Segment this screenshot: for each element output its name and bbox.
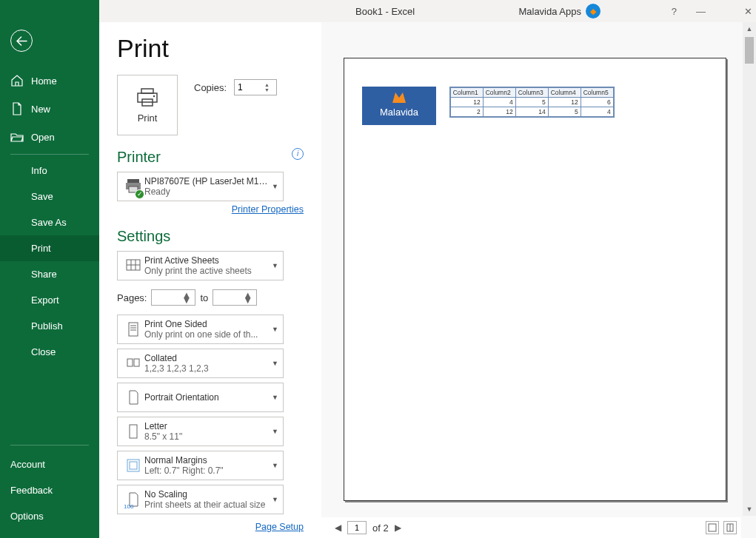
copies-stepper[interactable]: ▲▼ — [234, 79, 277, 95]
sidebar-item-share[interactable]: Share — [0, 261, 99, 287]
svg-rect-17 — [127, 359, 133, 366]
printer-status: Ready — [144, 186, 269, 197]
fit-page-button[interactable] — [706, 521, 719, 534]
svg-rect-2 — [141, 89, 153, 93]
check-icon: ✓ — [135, 189, 144, 199]
open-icon — [10, 130, 24, 144]
paper-icon — [124, 423, 142, 440]
spin-up-icon[interactable]: ▲ — [264, 82, 270, 87]
pages-label: Pages: — [117, 292, 147, 303]
svg-rect-13 — [129, 323, 138, 336]
printer-icon — [136, 87, 158, 108]
preview-footer: ◀ of 2 ▶ — [321, 517, 741, 538]
printer-name: NPI87607E (HP LaserJet M15... — [144, 176, 269, 186]
chevron-down-icon: ▼ — [272, 326, 278, 333]
help-button[interactable]: ? — [672, 6, 677, 17]
sidebar-item-options[interactable]: Options — [0, 503, 99, 529]
sidebar-item-new[interactable]: New — [0, 95, 99, 123]
chevron-down-icon: ▼ — [272, 496, 278, 503]
sidebar-item-info[interactable]: Info — [0, 158, 99, 184]
print-button[interactable]: Print — [117, 75, 178, 135]
home-icon — [10, 74, 24, 87]
pages-from-stepper[interactable]: ▲▼ — [151, 289, 195, 306]
app-badge: Malavida Apps ◆ — [518, 4, 601, 19]
pages-to-stepper[interactable]: ▲▼ — [213, 289, 257, 306]
preview-page: Malavida Column1Column2Column3Column4Col… — [344, 58, 726, 501]
page-total: of 2 — [372, 522, 389, 534]
chevron-down-icon: ▼ — [272, 428, 278, 435]
sidebar-item-open[interactable]: Open — [0, 123, 99, 151]
chevron-down-icon: ▼ — [272, 183, 278, 190]
collate-selector[interactable]: Collated1,2,3 1,2,3 1,2,3 ▼ — [117, 349, 284, 378]
printer-info-icon[interactable]: i — [292, 148, 304, 160]
print-preview-pane: Malavida Column1Column2Column3Column4Col… — [321, 22, 756, 538]
pages-from-input[interactable] — [155, 292, 181, 303]
svg-rect-21 — [130, 462, 137, 469]
svg-rect-18 — [134, 359, 139, 366]
sidebar-item-account[interactable]: Account — [0, 451, 99, 477]
svg-rect-19 — [130, 425, 137, 438]
sidebar-item-saveas[interactable]: Save As — [0, 209, 99, 235]
collate-icon — [124, 354, 142, 372]
svg-rect-22 — [709, 524, 716, 531]
scroll-down-icon[interactable]: ▼ — [743, 502, 756, 516]
svg-point-5 — [153, 95, 155, 96]
printer-heading: Printer — [117, 149, 161, 166]
print-settings-pane: Print Print Copies: ▲▼ Printer i — [99, 22, 321, 538]
svg-rect-6 — [127, 179, 139, 183]
sheets-icon — [124, 257, 142, 275]
new-icon — [10, 102, 24, 115]
preview-table: Column1Column2Column3Column4Column512451… — [449, 87, 615, 118]
page-number-input[interactable] — [347, 521, 367, 534]
sidebar-item-home[interactable]: Home — [0, 67, 99, 95]
spin-down-icon[interactable]: ▼ — [264, 87, 270, 93]
chevron-down-icon: ▼ — [272, 394, 278, 401]
next-page-button[interactable]: ▶ — [395, 522, 401, 533]
sides-selector[interactable]: Print One SidedOnly print on one side of… — [117, 315, 284, 344]
chevron-down-icon: ▼ — [272, 462, 278, 469]
vertical-scrollbar[interactable]: ▲ ▼ — [743, 22, 756, 516]
copies-input[interactable] — [238, 82, 264, 93]
print-what-selector[interactable]: Print Active SheetsOnly print the active… — [117, 251, 284, 280]
page-title: Print — [117, 34, 304, 63]
sidebar-item-feedback[interactable]: Feedback — [0, 477, 99, 503]
margins-icon — [124, 457, 142, 474]
sidebar-item-save[interactable]: Save — [0, 184, 99, 209]
svg-rect-20 — [127, 460, 139, 471]
scroll-up-icon[interactable]: ▲ — [743, 22, 756, 36]
title-bar: Book1 - Excel Malavida Apps ◆ ? — ✕ — [0, 0, 756, 22]
prev-page-button[interactable]: ◀ — [335, 522, 341, 533]
scaling-selector[interactable]: 100 No ScalingPrint sheets at their actu… — [117, 485, 284, 514]
chevron-down-icon: ▼ — [272, 360, 278, 367]
margins-selector[interactable]: Normal MarginsLeft: 0.7" Right: 0.7" ▼ — [117, 451, 284, 480]
sidebar-item-export[interactable]: Export — [0, 287, 99, 313]
page-setup-link[interactable]: Page Setup — [117, 522, 304, 532]
svg-rect-3 — [138, 93, 157, 102]
page-icon — [124, 320, 142, 338]
sidebar-item-print[interactable]: Print — [0, 235, 99, 261]
sidebar-item-close[interactable]: Close — [0, 339, 99, 365]
minimize-button[interactable]: — — [696, 6, 706, 17]
settings-heading: Settings — [117, 228, 304, 245]
back-button[interactable] — [10, 30, 33, 52]
orientation-selector[interactable]: Portrait Orientation ▼ — [117, 383, 284, 412]
malavida-icon: ◆ — [586, 4, 601, 19]
close-button[interactable]: ✕ — [744, 6, 752, 17]
backstage-sidebar: Home New Open Info Save Save As Print Sh… — [0, 0, 99, 538]
paper-selector[interactable]: Letter8.5" x 11" ▼ — [117, 417, 284, 446]
printer-properties-link[interactable]: Printer Properties — [117, 204, 304, 215]
document-title: Book1 - Excel — [355, 6, 415, 17]
portrait-icon — [124, 389, 142, 406]
scroll-thumb[interactable] — [745, 37, 754, 64]
chevron-down-icon: ▼ — [272, 262, 278, 269]
pages-to-input[interactable] — [216, 292, 243, 303]
malavida-logo: Malavida — [362, 87, 436, 125]
sidebar-item-publish[interactable]: Publish — [0, 313, 99, 339]
printer-selector[interactable]: ✓ NPI87607E (HP LaserJet M15... Ready ▼ — [117, 172, 284, 201]
printer-status-icon: ✓ — [124, 177, 142, 197]
copies-label: Copies: — [194, 82, 227, 93]
zoom-to-page-button[interactable] — [723, 521, 737, 534]
